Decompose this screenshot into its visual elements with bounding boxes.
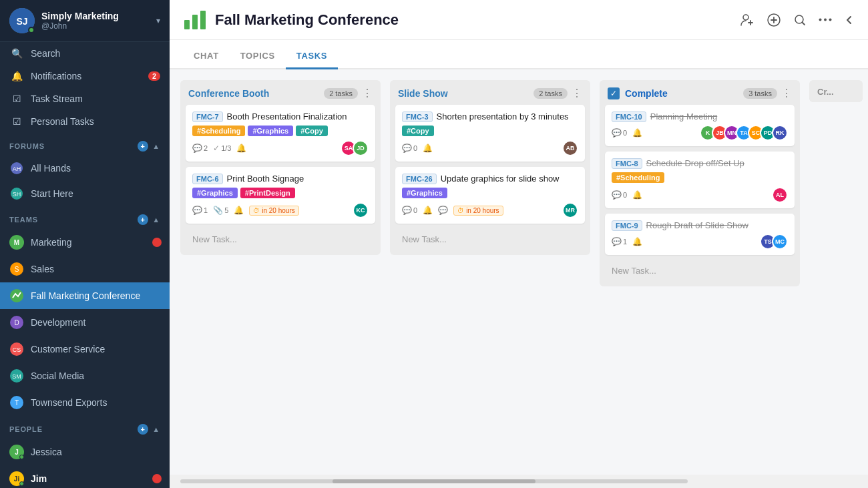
people-actions: + ▲ bbox=[138, 424, 160, 435]
svg-text:SM: SM bbox=[12, 373, 21, 380]
sidebar-item-task-stream[interactable]: ☑ Task Stream bbox=[0, 87, 170, 110]
personal-tasks-icon: ☑ bbox=[9, 116, 24, 127]
svg-rect-19 bbox=[200, 11, 206, 29]
col-badge-complete: 3 tasks bbox=[743, 88, 777, 99]
new-task-slide-show[interactable]: New Task... bbox=[395, 229, 585, 250]
sidebar-item-marketing[interactable]: M Marketing bbox=[0, 229, 170, 256]
checklist-icon-fmc7: ✓1/3 bbox=[213, 144, 231, 153]
comment-icon-fmc3: 💬0 bbox=[402, 144, 417, 153]
complete-check-icon: ✓ bbox=[608, 87, 620, 99]
tag-printdesign-fmc6[interactable]: #PrintDesign bbox=[240, 188, 295, 198]
avatar-fmc7-2: JD bbox=[353, 140, 369, 156]
task-stream-label: Task Stream bbox=[31, 93, 160, 104]
add-member-icon[interactable] bbox=[740, 13, 754, 27]
attach-icon-fmc6: 📎5 bbox=[213, 206, 228, 215]
tag-copy-fmc7[interactable]: #Copy bbox=[296, 126, 328, 136]
more-options-icon[interactable] bbox=[819, 18, 832, 21]
tags-fmc8: #Scheduling bbox=[612, 172, 788, 183]
avatar-stack-fmc10: K JB MN TA SC PD RK bbox=[700, 125, 788, 141]
col-header-complete: ✓ Complete 3 tasks ⋮ bbox=[600, 80, 800, 105]
collapse-panel-icon[interactable] bbox=[844, 15, 855, 25]
svg-point-25 bbox=[829, 19, 832, 21]
sidebar-item-social-media[interactable]: SM Social Media bbox=[0, 362, 170, 389]
tag-scheduling-fmc8[interactable]: #Scheduling bbox=[612, 172, 664, 183]
sidebar-item-jessica[interactable]: J Jessica bbox=[0, 439, 170, 465]
col-menu-icon-complete[interactable]: ⋮ bbox=[781, 87, 792, 99]
bell-icon-fmc6: 🔔 bbox=[234, 206, 244, 215]
org-info: Simply Marketing @John bbox=[41, 11, 156, 31]
tags-fmc26: #Graphics bbox=[402, 188, 578, 198]
sidebar-item-personal-tasks[interactable]: ☑ Personal Tasks bbox=[0, 110, 170, 133]
avatar-stack-fmc7: SA JD bbox=[341, 140, 369, 156]
col-menu-icon-conference-booth[interactable]: ⋮ bbox=[362, 87, 373, 99]
task-card-fmc26: FMC-26 Update graphics for slide show #G… bbox=[395, 167, 585, 224]
col-menu-icon-slide-show[interactable]: ⋮ bbox=[572, 87, 582, 99]
user-avatar-wrap: SJ bbox=[9, 8, 35, 33]
col-header-create: Cr... bbox=[809, 80, 863, 102]
tag-graphics-fmc6[interactable]: #Graphics bbox=[192, 188, 238, 198]
new-task-complete[interactable]: New Task... bbox=[605, 260, 795, 281]
teams-collapse-icon[interactable]: ▲ bbox=[152, 216, 160, 224]
search-header-icon[interactable] bbox=[793, 13, 807, 27]
task-footer-fmc9: 💬1 🔔 TS MC bbox=[612, 234, 788, 250]
svg-point-23 bbox=[819, 19, 822, 21]
people-add-icon[interactable]: + bbox=[138, 424, 148, 435]
task-card-fmc7: FMC-7 Booth Presentation Finalization #S… bbox=[186, 105, 375, 162]
marketing-team-icon: M bbox=[9, 235, 24, 250]
tag-graphics-fmc7[interactable]: #Graphics bbox=[248, 126, 293, 136]
sidebar-item-start-here[interactable]: SH Start Here bbox=[0, 181, 170, 206]
social-media-label: Social Media bbox=[31, 371, 160, 381]
teams-add-icon[interactable]: + bbox=[138, 214, 148, 225]
tabs-bar: CHAT TOPICS TASKS bbox=[170, 40, 868, 69]
tag-scheduling-fmc7[interactable]: #Scheduling bbox=[192, 126, 245, 136]
sidebar-item-notifications[interactable]: 🔔 Notifications 2 bbox=[0, 65, 170, 87]
tab-topics[interactable]: TOPICS bbox=[230, 44, 286, 69]
add-icon[interactable] bbox=[767, 13, 781, 27]
main-header: Fall Marketing Conference bbox=[170, 0, 868, 40]
workspace-header[interactable]: SJ Simply Marketing @John ▾ bbox=[0, 0, 170, 42]
personal-tasks-label: Personal Tasks bbox=[31, 116, 160, 127]
tag-copy-fmc3[interactable]: #Copy bbox=[402, 126, 434, 136]
comment-icon-fmc6: 💬1 bbox=[192, 206, 208, 215]
timer-badge-fmc6: ⏱in 20 hours bbox=[249, 206, 298, 216]
jim-label: Jim bbox=[31, 473, 160, 484]
bell-icon-fmc7: 🔔 bbox=[236, 144, 246, 153]
start-here-label: Start Here bbox=[31, 188, 160, 199]
task-title-fmc9: Rough Draft of Slide Show bbox=[646, 220, 788, 230]
col-title-slide-show: Slide Show bbox=[398, 88, 533, 99]
sidebar-item-sales[interactable]: S Sales bbox=[0, 256, 170, 282]
scrollbar-thumb[interactable] bbox=[333, 479, 535, 483]
tag-graphics-fmc26[interactable]: #Graphics bbox=[402, 188, 447, 198]
sales-team-icon: S bbox=[9, 262, 24, 276]
tab-chat[interactable]: CHAT bbox=[183, 44, 230, 69]
sidebar-item-search[interactable]: 🔍 Search bbox=[0, 42, 170, 65]
new-task-conference-booth[interactable]: New Task... bbox=[186, 229, 375, 250]
svg-rect-17 bbox=[184, 20, 190, 29]
sidebar-item-jim[interactable]: Ji Jim bbox=[0, 465, 170, 488]
header-actions bbox=[740, 13, 855, 27]
forums-collapse-icon[interactable]: ▲ bbox=[152, 142, 160, 150]
task-title-fmc8: Schedule Drop off/Set Up bbox=[646, 158, 788, 168]
horizontal-scrollbar[interactable] bbox=[180, 479, 688, 483]
col-header-slide-show: Slide Show 2 tasks ⋮ bbox=[390, 80, 590, 105]
jim-badge bbox=[152, 474, 162, 483]
sidebar-item-townsend[interactable]: T Townsend Exports bbox=[0, 389, 170, 416]
tags-fmc3: #Copy bbox=[402, 126, 578, 136]
teams-actions: + ▲ bbox=[138, 214, 160, 225]
tab-tasks[interactable]: TASKS bbox=[286, 44, 338, 69]
sidebar-item-development[interactable]: D Development bbox=[0, 309, 170, 336]
workspace-chevron-icon[interactable]: ▾ bbox=[156, 16, 160, 25]
bell-icon: 🔔 bbox=[9, 71, 24, 81]
sidebar-item-all-hands[interactable]: AH All Hands bbox=[0, 156, 170, 181]
forums-add-icon[interactable]: + bbox=[138, 141, 148, 152]
tags-fmc6: #Graphics #PrintDesign bbox=[192, 188, 369, 198]
people-collapse-icon[interactable]: ▲ bbox=[152, 425, 160, 433]
sidebar-item-fall-marketing[interactable]: Fall Marketing Conference bbox=[0, 282, 170, 309]
avatar-stack-fmc9: TS MC bbox=[760, 234, 788, 250]
avatar-stack-fmc3: AB bbox=[562, 140, 578, 156]
development-icon: D bbox=[9, 315, 24, 330]
svg-text:AH: AH bbox=[13, 166, 21, 172]
search-label: Search bbox=[31, 48, 160, 59]
chat-icon-fmc26: 💬 bbox=[438, 206, 448, 215]
sidebar-item-customer-service[interactable]: CS Customer Service bbox=[0, 336, 170, 362]
